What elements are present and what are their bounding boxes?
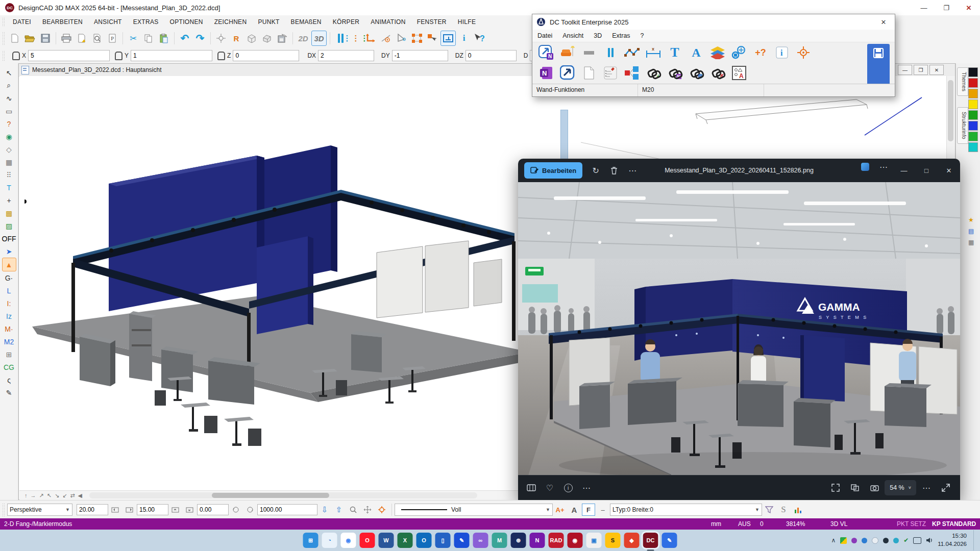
paste-icon[interactable] (157, 31, 171, 45)
view-spin-right-icon[interactable] (243, 504, 257, 516)
horizontal-scrollbar[interactable] (89, 492, 477, 498)
toolbar-grip[interactable] (2, 503, 5, 516)
scrollbar-thumb[interactable] (212, 493, 329, 498)
menu-fenster[interactable]: FENSTER (411, 18, 452, 26)
delete-icon[interactable] (605, 162, 623, 179)
text-tool[interactable]: T (3, 181, 16, 194)
text-style-icon[interactable]: A (568, 504, 581, 516)
tray-app-blue-icon[interactable] (862, 538, 867, 543)
filmstrip-icon[interactable] (522, 480, 541, 496)
tray-security-icon[interactable]: ✔ (903, 537, 909, 544)
taskbar-record-icon[interactable]: ◉ (568, 533, 583, 548)
menu-bearbeiten[interactable]: BEARBEITEN (37, 18, 88, 26)
menu-ansicht[interactable]: ANSICHT (88, 18, 128, 26)
viewer-title-bar[interactable]: Bearbeiten ↻ ⋯ Messestand_Plan_3D_2022_2… (518, 159, 960, 182)
z-input[interactable] (233, 50, 299, 61)
menu-datei[interactable]: DATEI (7, 18, 37, 26)
favorite-icon[interactable]: ♡ (541, 480, 559, 496)
pick-tool[interactable]: ➤ (3, 245, 16, 258)
taskbar-opera-icon[interactable]: O (360, 533, 375, 548)
tab-themes[interactable]: Themes (957, 67, 968, 96)
toolkit-status-value[interactable]: M20 (638, 84, 764, 96)
menu-zeichnen[interactable]: ZEICHNEN (209, 18, 253, 26)
screenshot-icon[interactable] (865, 480, 884, 496)
line-style-dropdown[interactable]: Voll▼ (395, 504, 553, 516)
compare-icon[interactable] (846, 480, 864, 496)
more-tools-icon[interactable]: ⋯ (577, 480, 596, 496)
open-with-icon[interactable] (856, 159, 874, 175)
angle-tool-icon[interactable] (379, 31, 394, 45)
viewer-close-button[interactable]: ✕ (938, 159, 960, 182)
viewer-maximize-button[interactable]: □ (915, 159, 938, 182)
gear-axis-icon[interactable] (795, 44, 812, 61)
copy-icon[interactable] (141, 31, 156, 45)
tray-app-teal-icon[interactable] (893, 538, 899, 543)
link-web-icon[interactable]: ◍ (688, 65, 705, 81)
text-bigger-icon[interactable]: A+ (553, 504, 567, 516)
palette-blue[interactable] (968, 121, 978, 131)
child-close-button[interactable]: ✕ (929, 65, 944, 75)
save-solid-icon[interactable] (275, 31, 289, 45)
y-input[interactable] (131, 50, 212, 61)
midpoint-snap-tool[interactable]: M· (3, 322, 16, 335)
new-file-icon[interactable] (8, 31, 22, 45)
viewer-minimize-button[interactable]: — (893, 159, 915, 182)
select-handle-icon[interactable] (425, 31, 439, 45)
file-info-icon[interactable]: i (559, 480, 577, 496)
zoom-tool[interactable]: ⌕ (3, 79, 16, 92)
menu-punkt[interactable]: PUNKT (252, 18, 285, 26)
protractor-icon[interactable] (395, 31, 409, 45)
handles-icon[interactable] (410, 31, 424, 45)
tray-onedrive-icon[interactable] (840, 537, 847, 544)
menu-optionen[interactable]: OPTIONEN (164, 18, 209, 26)
taskbar-paint-icon[interactable]: ✎ (662, 533, 677, 548)
toolkit-menu-3d[interactable]: 3D (589, 32, 607, 39)
filter-icon[interactable] (763, 504, 776, 516)
more-icon[interactable]: ⋯ (623, 162, 642, 179)
undo-icon[interactable]: ↶ (178, 31, 192, 45)
polyline-icon[interactable] (623, 44, 641, 61)
taskbar-rad-icon[interactable]: RAD (549, 533, 564, 548)
x-input[interactable] (28, 50, 110, 61)
view-mode-dropdown[interactable]: Perspektive▼ (7, 504, 72, 516)
gravity-snap-tool[interactable]: G· (3, 271, 16, 284)
tray-app-gray-icon[interactable] (872, 537, 878, 544)
taskbar-excel-icon[interactable]: X (398, 533, 413, 548)
parallel-walls-icon[interactable] (602, 44, 619, 61)
font-icon[interactable]: A (688, 44, 705, 61)
menu-koerper[interactable]: KÖRPER (327, 18, 365, 26)
minimize-button[interactable]: — (913, 0, 935, 15)
z-snap-tool[interactable]: Iz (3, 310, 16, 322)
taskbar-loop-icon[interactable]: ∞ (473, 533, 488, 548)
child-minimize-button[interactable]: — (898, 65, 912, 75)
toolbar-grip[interactable] (2, 51, 5, 61)
toolkit-menu-help[interactable]: ? (635, 32, 649, 39)
view-rotate-right-icon[interactable] (123, 504, 136, 516)
page-setup-icon[interactable]: P (105, 31, 119, 45)
mode-3d-icon[interactable]: 3D (311, 31, 327, 46)
menu-bemassen[interactable]: BEMAßEN (285, 18, 327, 26)
layers-stack-icon[interactable] (709, 44, 726, 61)
angle1-input[interactable] (77, 504, 108, 515)
layers-icon[interactable]: ▦ (968, 239, 974, 246)
view-rotate-left-icon[interactable] (109, 504, 122, 516)
redo-icon[interactable]: ↷ (193, 31, 207, 45)
spline-icon[interactable]: S (777, 504, 790, 516)
edit-button[interactable]: Bearbeiten (524, 162, 582, 179)
info-icon[interactable]: i (457, 31, 471, 45)
tab-strukturinfo[interactable]: Strukturinfo (957, 107, 968, 144)
mode-2d-icon[interactable]: 2D (296, 31, 310, 45)
linetype-dropdown[interactable]: LTyp:0 Breite:0▼ (610, 504, 762, 516)
annotation-style-icon[interactable]: A (730, 65, 748, 81)
palette-cyan[interactable] (968, 142, 978, 152)
note-link-icon[interactable]: N (537, 44, 555, 61)
dz-input[interactable] (465, 50, 517, 61)
distance-input[interactable] (257, 504, 317, 515)
checklist-icon[interactable] (602, 65, 619, 81)
open-external-icon[interactable] (559, 65, 576, 81)
save-icon[interactable] (38, 31, 53, 45)
fullscreen-icon[interactable] (937, 480, 955, 496)
dimension-icon[interactable]: x (645, 44, 662, 61)
tray-chevron-icon[interactable]: ∧ (831, 537, 836, 544)
furniture-icon[interactable] (559, 44, 576, 61)
